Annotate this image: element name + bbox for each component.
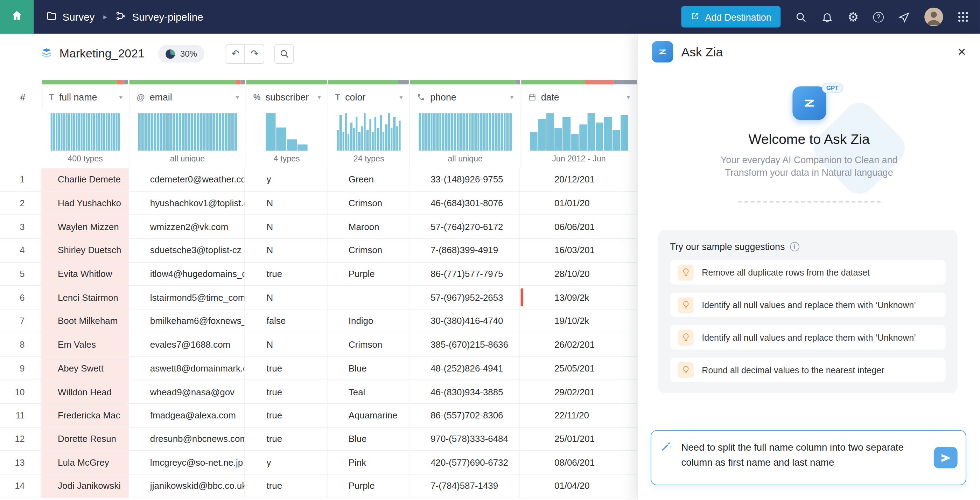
- cell-phone[interactable]: 420-(577)690-6732: [409, 451, 520, 474]
- cell-subscriber[interactable]: true: [245, 263, 327, 286]
- cell-subscriber[interactable]: N: [245, 286, 327, 309]
- column-header-phone[interactable]: phone▾: [410, 84, 521, 109]
- suggestion-item[interactable]: Round all decimal values to the nearest …: [670, 357, 945, 382]
- cell-date[interactable]: 25/01/201: [520, 428, 638, 451]
- cell-date[interactable]: 20/12/201: [520, 168, 638, 191]
- cell-phone[interactable]: 86-(557)702-8306: [409, 404, 520, 427]
- settings-gear-icon[interactable]: ⚙: [848, 11, 859, 23]
- cell-full-name[interactable]: Evita Whitlow: [41, 263, 129, 286]
- quality-bar-full-name[interactable]: [41, 80, 129, 84]
- cell-full-name[interactable]: Dorette Resun: [41, 428, 129, 451]
- cell-date[interactable]: 01/01/20: [520, 192, 638, 215]
- cell-email[interactable]: wmizzen2@vk.com: [129, 215, 245, 239]
- cell-subscriber[interactable]: y: [245, 168, 327, 191]
- cell-full-name[interactable]: Lenci Stairmon: [41, 286, 129, 309]
- cell-subscriber[interactable]: true: [245, 357, 327, 380]
- cell-email[interactable]: bmilkeham6@foxnews_co: [129, 309, 245, 333]
- redo-button[interactable]: ↷: [245, 44, 265, 64]
- grid-search-button[interactable]: [274, 44, 294, 64]
- rocket-icon[interactable]: [898, 11, 910, 23]
- apps-grid-icon[interactable]: [958, 11, 969, 22]
- cell-color[interactable]: Teal: [327, 380, 409, 403]
- cell-date[interactable]: 13/09/2k: [520, 286, 638, 309]
- cell-date[interactable]: 16/03/201: [520, 239, 638, 262]
- cell-color[interactable]: Pink: [327, 451, 409, 474]
- chevron-down-icon[interactable]: ▾: [119, 94, 123, 100]
- quality-bar-subscriber[interactable]: [246, 80, 328, 84]
- breadcrumb-project[interactable]: Survey: [46, 10, 94, 23]
- cell-color[interactable]: Blue: [327, 428, 409, 451]
- cell-phone[interactable]: 7-(784)587-1439: [409, 475, 520, 498]
- cell-subscriber[interactable]: false: [245, 309, 327, 333]
- cell-date[interactable]: 29/02/201: [520, 380, 638, 403]
- cell-date[interactable]: 01/04/20: [520, 475, 638, 498]
- breadcrumb-pipeline[interactable]: Survey-pipeline: [116, 10, 204, 23]
- column-histogram-phone[interactable]: all unique: [410, 109, 521, 168]
- cell-phone[interactable]: 385-(670)215-8636: [409, 333, 520, 356]
- cell-full-name[interactable]: Had Yushachko: [41, 192, 129, 215]
- cell-email[interactable]: jjanikowskid@bbc.co.uk: [129, 475, 245, 498]
- cell-phone[interactable]: 57-(764)270-6172: [409, 215, 520, 239]
- cell-color[interactable]: Crimson: [327, 333, 409, 356]
- chevron-down-icon[interactable]: ▾: [318, 94, 321, 100]
- user-avatar[interactable]: [924, 7, 943, 26]
- cell-color[interactable]: Blue: [327, 357, 409, 380]
- cell-date[interactable]: 19/10/2k: [520, 309, 638, 333]
- zia-chat-input[interactable]: Need to split the full name column into …: [651, 430, 966, 485]
- cell-color[interactable]: Purple: [327, 263, 409, 286]
- cell-subscriber[interactable]: N: [245, 192, 327, 215]
- column-histogram-subscriber[interactable]: 4 types: [246, 109, 328, 168]
- cell-date[interactable]: 22/11/20: [520, 404, 638, 427]
- cell-phone[interactable]: 33-(148)926-9755: [409, 168, 520, 191]
- cell-full-name[interactable]: Jodi Janikowski: [41, 475, 129, 498]
- column-header-full-name[interactable]: Tfull name▾: [42, 84, 130, 109]
- cell-email[interactable]: dresunb@nbcnews.com: [129, 428, 245, 451]
- cell-email[interactable]: cdemeter0@weather.com: [129, 168, 245, 191]
- cell-subscriber[interactable]: y: [245, 451, 327, 474]
- cell-full-name[interactable]: Fredericka Mac: [41, 404, 129, 427]
- suggestion-item[interactable]: Remove all duplicate rows from the datas…: [670, 260, 945, 285]
- cell-date[interactable]: 26/02/201: [520, 333, 638, 356]
- cell-phone[interactable]: 86-(771)577-7975: [409, 263, 520, 286]
- column-histogram-email[interactable]: all unique: [129, 109, 246, 168]
- cell-full-name[interactable]: Em Vales: [41, 333, 129, 356]
- suggestion-item[interactable]: Identify all null values and replace the…: [670, 325, 945, 350]
- cell-date[interactable]: 08/06/201: [520, 451, 638, 474]
- close-icon[interactable]: ✕: [957, 45, 966, 58]
- cell-subscriber[interactable]: true: [245, 404, 327, 427]
- cell-email[interactable]: lstairmond5@time_com: [129, 286, 245, 309]
- cell-email[interactable]: itlow4@hugedomains_com: [129, 263, 245, 286]
- column-histogram-full-name[interactable]: 400 types: [41, 109, 129, 168]
- cell-color[interactable]: Crimson: [327, 239, 409, 262]
- column-header-color[interactable]: Tcolor▾: [328, 84, 410, 109]
- cell-phone[interactable]: 970-(578)333-6484: [409, 428, 520, 451]
- cell-subscriber[interactable]: true: [245, 428, 327, 451]
- cell-subscriber[interactable]: N: [245, 215, 327, 239]
- quality-bar-email[interactable]: [129, 80, 246, 84]
- cell-color[interactable]: Crimson: [327, 192, 409, 215]
- cell-subscriber[interactable]: true: [245, 380, 327, 403]
- cell-phone[interactable]: 46-(830)934-3885: [409, 380, 520, 403]
- suggestion-item[interactable]: Identify all null values and replace the…: [670, 293, 945, 317]
- cell-color[interactable]: Green: [327, 168, 409, 191]
- cell-subscriber[interactable]: N: [245, 333, 327, 356]
- chevron-down-icon[interactable]: ▾: [627, 94, 630, 100]
- cell-phone[interactable]: 30-(380)416-4740: [409, 309, 520, 333]
- cell-color[interactable]: Maroon: [327, 215, 409, 239]
- chevron-down-icon[interactable]: ▾: [236, 94, 239, 100]
- cell-email[interactable]: sduetsche3@toplist-cz: [129, 239, 245, 262]
- cell-phone[interactable]: 46-(684)301-8076: [409, 192, 520, 215]
- column-histogram-date[interactable]: Jun 2012 - Jun: [521, 109, 637, 168]
- cell-email[interactable]: evales7@1688.com: [129, 333, 245, 356]
- cell-date[interactable]: 28/10/20: [520, 263, 638, 286]
- column-histogram-color[interactable]: 24 types: [328, 109, 410, 168]
- cell-subscriber[interactable]: true: [245, 475, 327, 498]
- search-icon[interactable]: [795, 11, 807, 23]
- notifications-bell-icon[interactable]: [821, 11, 834, 23]
- cell-phone[interactable]: 7-(868)399-4919: [409, 239, 520, 262]
- cell-subscriber[interactable]: N: [245, 239, 327, 262]
- cell-email[interactable]: lmcgreyc@so-net.ne.jp: [129, 451, 245, 474]
- cell-color[interactable]: [327, 286, 409, 309]
- chevron-down-icon[interactable]: ▾: [400, 94, 403, 100]
- cell-email[interactable]: hyushachkov1@toplist.cz: [129, 192, 245, 215]
